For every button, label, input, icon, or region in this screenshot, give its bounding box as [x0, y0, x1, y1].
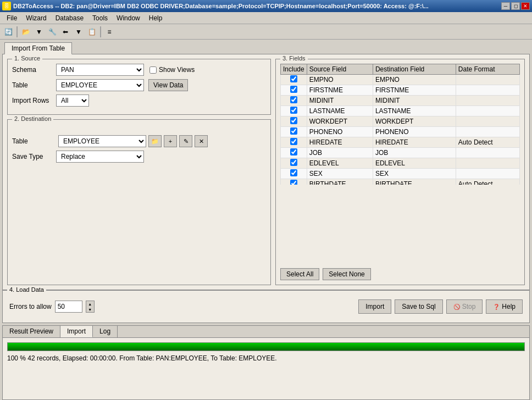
field-checkbox-2[interactable]	[290, 96, 297, 103]
toolbar-btn-6[interactable]: ≡	[103, 26, 115, 38]
source-field-8: EDLEVEL	[307, 158, 373, 169]
save-type-row: Save Type Replace	[12, 151, 266, 163]
menu-database[interactable]: Database	[51, 13, 88, 23]
table-row: Table EMPLOYEE View Data	[12, 79, 266, 91]
field-checkbox-3[interactable]	[290, 107, 297, 114]
toolbar-btn-4[interactable]: ⬅	[59, 26, 71, 38]
show-views-checkbox[interactable]	[149, 66, 157, 74]
dest-field-2: MIDINIT	[373, 96, 456, 106]
schema-select[interactable]: PAN	[56, 64, 144, 76]
action-buttons: Import Save to Sql 🚫 Stop ❓ Help	[358, 299, 523, 314]
toolbar-sep-1	[16, 26, 18, 37]
table-row: EDLEVEL EDLEVEL	[281, 158, 520, 169]
date-format-2	[456, 96, 519, 106]
progress-bar-fill	[8, 343, 524, 351]
toolbar-btn-1[interactable]: 🔄	[2, 26, 14, 38]
dest-icon-btn-2[interactable]: +	[164, 135, 177, 147]
view-data-button[interactable]: View Data	[148, 79, 188, 91]
date-format-10: Auto Detect	[456, 179, 519, 185]
dest-icon-btn-4[interactable]: ✕	[195, 135, 208, 147]
menu-file[interactable]: File	[2, 13, 21, 23]
dest-field-8: EDLEVEL	[373, 158, 456, 169]
minimize-button[interactable]: ─	[501, 2, 510, 10]
toolbar-btn-3[interactable]: 🔧	[46, 26, 58, 38]
title-bar: 🗄 DB2ToAccess -- DB2: pan@Driver=IBM DB2…	[0, 0, 532, 12]
date-format-0	[456, 75, 519, 85]
tab-bar: Import From Table	[0, 40, 532, 54]
field-checkbox-5[interactable]	[290, 127, 297, 135]
import-rows-select[interactable]: All	[56, 95, 89, 107]
source-field-6: HIREDATE	[307, 137, 373, 148]
bottom-section: Result Preview Import Log 100 % 42 recor…	[2, 325, 530, 400]
source-label: 1. Source	[12, 55, 42, 62]
col-dest: Destination Field	[373, 64, 456, 75]
load-section: 4. Load Data Errors to allow ▲ ▼ Import …	[2, 290, 530, 323]
fields-label: 3. Fields	[280, 55, 308, 62]
fields-scroll-area[interactable]: Include Source Field Destination Field D…	[280, 64, 520, 185]
date-format-3	[456, 106, 519, 116]
save-type-select[interactable]: Replace	[56, 151, 144, 163]
field-checkbox-9[interactable]	[290, 169, 297, 176]
date-format-1	[456, 85, 519, 96]
progress-bar-container	[7, 342, 525, 351]
col-include: Include	[281, 64, 307, 75]
table-row: SEX SEX	[281, 169, 520, 179]
fields-table: Include Source Field Destination Field D…	[280, 64, 520, 185]
tab-log[interactable]: Log	[93, 326, 118, 337]
errors-spinner[interactable]: ▲ ▼	[86, 301, 95, 313]
menu-tools[interactable]: Tools	[88, 13, 112, 23]
help-icon: ❓	[493, 304, 500, 310]
source-field-7: JOB	[307, 148, 373, 158]
tab-import-from-table[interactable]: Import From Table	[4, 42, 72, 54]
toolbar-btn-5[interactable]: 📋	[86, 26, 98, 38]
field-checkbox-6[interactable]	[290, 138, 297, 145]
dest-field-0: EMPNO	[373, 75, 456, 85]
save-to-sql-button[interactable]: Save to Sql	[395, 299, 442, 314]
table-row: BIRTHDATE BIRTHDATE Auto Detect	[281, 179, 520, 185]
toolbar-btn-dropdown2[interactable]: ▼	[73, 26, 85, 38]
source-field-1: FIRSTNME	[307, 85, 373, 96]
import-button[interactable]: Import	[358, 299, 391, 314]
stop-button[interactable]: 🚫 Stop	[446, 299, 483, 314]
toolbar-btn-2[interactable]: 📂	[20, 26, 32, 38]
help-button[interactable]: ❓ Help	[486, 299, 523, 314]
schema-row: Schema PAN Show Views	[12, 64, 266, 76]
field-checkbox-10[interactable]	[290, 180, 297, 185]
toolbar-btn-dropdown[interactable]: ▼	[33, 26, 45, 38]
field-checkbox-1[interactable]	[290, 86, 297, 93]
tab-result-preview[interactable]: Result Preview	[3, 326, 60, 337]
dest-table-select[interactable]: EMPLOYEE	[58, 135, 146, 147]
field-checkbox-4[interactable]	[290, 117, 297, 124]
save-type-label: Save Type	[12, 153, 56, 160]
errors-input[interactable]	[55, 301, 82, 313]
source-field-0: EMPNO	[307, 75, 373, 85]
table-row: MIDINIT MIDINIT	[281, 96, 520, 106]
field-checkbox-7[interactable]	[290, 148, 297, 155]
dest-label: 2. Destination	[12, 115, 53, 122]
dest-icon-btn-3[interactable]: ✎	[179, 135, 192, 147]
dest-field-10: BIRTHDATE	[373, 179, 456, 185]
schema-label: Schema	[12, 66, 56, 74]
field-checkbox-0[interactable]	[290, 75, 297, 82]
bottom-tab-bar: Result Preview Import Log	[3, 326, 529, 338]
menu-window[interactable]: Window	[112, 13, 145, 23]
dest-icon-btn-1[interactable]: 📁	[148, 135, 162, 147]
date-format-9	[456, 169, 519, 179]
table-select[interactable]: EMPLOYEE	[56, 79, 144, 91]
field-checkbox-8[interactable]	[290, 159, 297, 166]
table-row: HIREDATE HIREDATE Auto Detect	[281, 137, 520, 148]
dest-field-9: SEX	[373, 169, 456, 179]
select-all-button[interactable]: Select All	[280, 268, 319, 280]
menu-help[interactable]: Help	[145, 13, 167, 23]
destination-section: 2. Destination Table EMPLOYEE 📁 + ✎ ✕ Sa…	[7, 119, 271, 285]
menu-wizard[interactable]: Wizard	[21, 13, 51, 23]
restore-button[interactable]: ◻	[511, 2, 520, 10]
import-rows-row: Import Rows All	[12, 95, 266, 107]
date-format-7	[456, 148, 519, 158]
select-none-button[interactable]: Select None	[323, 268, 370, 280]
status-text: 100 % 42 records, Elapsed: 00:00:00. Fro…	[7, 354, 525, 362]
source-field-9: SEX	[307, 169, 373, 179]
close-button[interactable]: ✕	[521, 2, 530, 10]
tab-import[interactable]: Import	[60, 326, 93, 337]
stop-icon: 🚫	[453, 304, 460, 310]
